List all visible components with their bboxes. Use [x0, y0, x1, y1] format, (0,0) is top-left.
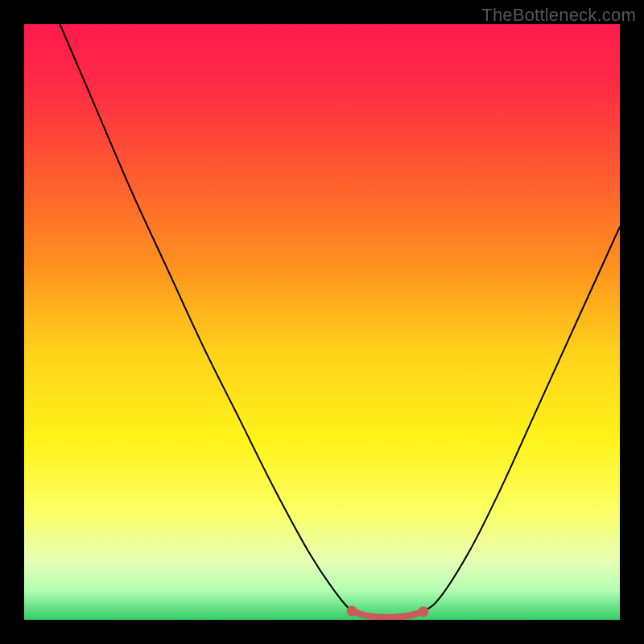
gradient-background	[24, 24, 620, 620]
plot-area	[24, 24, 620, 620]
chart-frame: TheBottleneck.com	[0, 0, 644, 644]
flat-endpoint-dot	[418, 606, 428, 617]
watermark-text: TheBottleneck.com	[481, 5, 636, 26]
chart-svg	[24, 24, 620, 620]
flat-endpoint-dot	[347, 605, 357, 616]
